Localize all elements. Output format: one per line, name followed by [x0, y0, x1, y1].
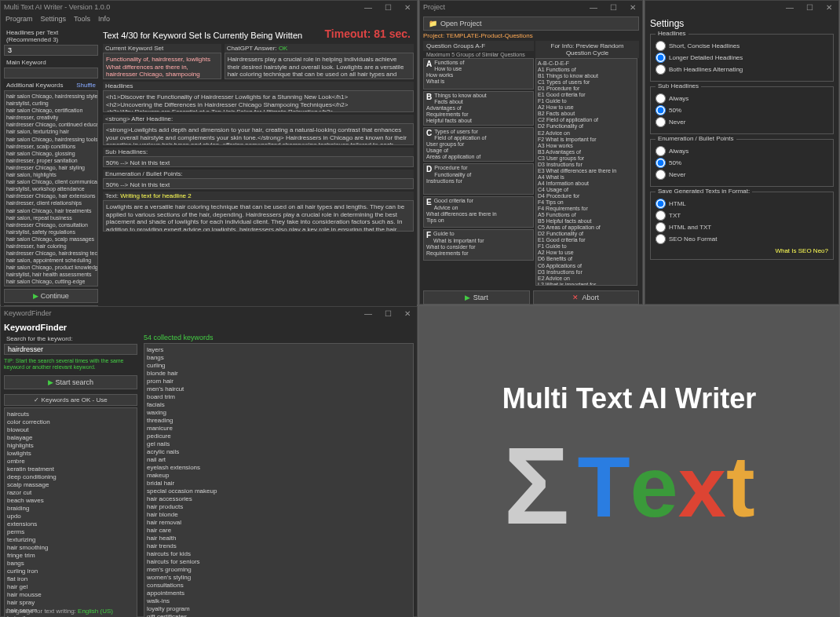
cks-text: Functionality of, hairdresser, lowlights… — [103, 53, 221, 79]
info-header: For Info: Preview Random Question Cycle — [535, 41, 639, 58]
continue-button[interactable]: ▶ Continue — [4, 289, 98, 303]
minimize-icon[interactable]: — — [783, 3, 797, 12]
logo-graphic: Σ Text — [503, 431, 754, 541]
sigma-icon: Σ — [503, 431, 569, 541]
save-opt-both[interactable] — [656, 222, 666, 232]
headlines-label: Headlines — [103, 82, 414, 90]
group-C[interactable]: CTypes of users for Field of application… — [423, 127, 534, 162]
additional-keywords-list[interactable]: hair salon Chicago, hairdressing stylesh… — [4, 90, 98, 287]
menu-tools[interactable]: Tools — [74, 15, 90, 23]
enum-group: Enumeration / Bullet Points Always 50% N… — [650, 139, 834, 187]
maximize-icon[interactable]: ☐ — [382, 309, 395, 318]
shuffle-link[interactable]: Shuffle — [76, 82, 96, 89]
subheadlines-group: Sub Headlines Always 50% Never — [650, 86, 834, 134]
group-D[interactable]: DProcedure for Functionality of Instruct… — [423, 163, 534, 195]
main-keyword-input[interactable] — [4, 68, 98, 78]
logo-title: Multi Text AI Writer — [502, 382, 756, 415]
project-window: Project —☐✕ 📁 Open Project Project: TEMP… — [419, 0, 643, 305]
kf-title: KeywordFinder — [4, 323, 414, 332]
kf-tip: TIP: Start the search several times with… — [4, 358, 137, 371]
sub-opt-never[interactable] — [656, 117, 666, 127]
maximize-icon[interactable]: ☐ — [803, 3, 816, 12]
abort-button-project[interactable]: ✕ Abort — [533, 290, 640, 305]
chatgpt-text: Hairdressers play a crucial role in help… — [225, 53, 414, 79]
logo-panel: Multi Text AI Writer Σ Text — [419, 306, 839, 617]
kf-right-list[interactable]: layersbangscurlingblonde hairprom hairme… — [144, 343, 414, 617]
main-menubar: Program Settings Tools Info — [1, 13, 417, 24]
chatgpt-label: ChatGPT Answer: OK — [225, 44, 414, 53]
save-opt-seo[interactable] — [656, 234, 666, 244]
save-opt-html[interactable] — [656, 199, 666, 209]
kf-left-list[interactable]: haircutscolor correctionblowoutbalayageh… — [4, 407, 137, 617]
folder-icon: 📁 — [429, 20, 437, 27]
headlines-group: Headlines Short, Concise Headlines Longe… — [650, 34, 834, 82]
close-icon[interactable]: ✕ — [626, 3, 639, 12]
maximize-icon[interactable]: ☐ — [607, 3, 620, 12]
settings-window: —☐✕ Settings Headlines Short, Concise He… — [645, 0, 839, 305]
enum-opt-always[interactable] — [656, 146, 666, 156]
main-title: Multi Text AI Writer - Version 1.0.0 — [4, 3, 110, 11]
headline-opt-short[interactable] — [656, 41, 666, 51]
kf-search-input[interactable] — [4, 344, 137, 355]
project-name: Project: TEMPLATE-Product-Questions — [423, 32, 639, 39]
text-wordmark: Text — [577, 436, 754, 536]
minimize-icon[interactable]: — — [361, 3, 375, 12]
timeout-display: Timeout: 81 sec. — [325, 27, 411, 40]
headline-opt-both[interactable] — [656, 64, 666, 75]
close-icon[interactable]: ✕ — [823, 3, 835, 12]
minimize-icon[interactable]: — — [586, 3, 601, 12]
open-project-button[interactable]: 📁 Open Project — [423, 16, 639, 31]
sub-headlines-text: 50% --> Not in this text — [103, 156, 414, 167]
main-titlebar: Multi Text AI Writer - Version 1.0.0 — ☐… — [1, 1, 417, 13]
close-icon[interactable]: ✕ — [401, 309, 414, 318]
text-body-label: Text: Writing text for headline 2 — [103, 192, 414, 200]
group-B[interactable]: BThings to know about Facts about Advant… — [423, 91, 534, 126]
headline-opt-long[interactable] — [656, 53, 666, 63]
group-F[interactable]: FGuide to What is important for What to … — [423, 229, 534, 261]
enum-text: 50% --> Not in this text — [103, 178, 414, 189]
headlines-text: <h1>Discover the Functionality of Hairdr… — [103, 90, 414, 112]
enum-opt-never[interactable] — [656, 170, 666, 180]
headlines-per-text-label: Headlines per Text (Recommended 3) — [4, 27, 98, 45]
settings-title: Settings — [650, 18, 834, 29]
qg-header: Question Groups A-F — [423, 41, 534, 51]
seo-neo-link[interactable]: What Is SEO Neo? — [656, 247, 828, 254]
info-cycle-list: A-B-C-D-E-FA1 Functions ofB1 Things to k… — [535, 58, 637, 286]
group-E[interactable]: EGood criteria for Advice on What differ… — [423, 196, 534, 228]
settings-titlebar: —☐✕ — [645, 1, 838, 13]
kf-titlebar: KeywordFinder —☐✕ — [1, 307, 417, 319]
project-title: Project — [423, 3, 445, 11]
headlines-per-text-input[interactable] — [4, 45, 98, 56]
start-search-button[interactable]: ▶ Start search — [4, 375, 137, 389]
text-body: Lowlights are a versatile hair coloring … — [103, 200, 414, 232]
cks-label: Current Keyword Set — [103, 44, 221, 53]
group-A[interactable]: AFunctions of How to use How works What … — [423, 58, 534, 89]
maximize-icon[interactable]: ☐ — [382, 3, 395, 12]
minimize-icon[interactable]: — — [361, 309, 375, 318]
menu-info[interactable]: Info — [98, 15, 110, 23]
project-titlebar: Project —☐✕ — [420, 1, 642, 13]
save-opt-txt[interactable] — [656, 210, 666, 221]
kf-search-label: Search for the keyword: — [4, 334, 137, 344]
strong-label: <strong> After Headline: — [103, 115, 414, 123]
main-writer-window: Multi Text AI Writer - Version 1.0.0 — ☐… — [0, 0, 418, 305]
additional-keywords-label: Additional Keywords Shuffle — [4, 80, 98, 90]
sub-opt-always[interactable] — [656, 93, 666, 104]
close-icon[interactable]: ✕ — [401, 3, 414, 12]
enum-opt-50[interactable] — [656, 158, 666, 168]
enum-label: Enumeration / Bullet Points: — [103, 170, 414, 178]
menu-settings[interactable]: Settings — [41, 15, 67, 23]
sub-opt-50[interactable] — [656, 105, 666, 115]
menu-program[interactable]: Program — [5, 15, 33, 23]
collected-count: 54 collected keywords — [144, 334, 414, 341]
keywords-ok-button[interactable]: ✓ Keywords are OK - Use — [4, 394, 137, 406]
sub-headlines-label: Sub Headlines: — [103, 148, 414, 156]
main-keyword-label: Main Keyword — [4, 57, 98, 68]
save-format-group: Save Generated Texts in Format: HTML TXT… — [650, 192, 834, 260]
start-button[interactable]: ▶ Start — [423, 290, 530, 305]
strong-text: <strong>Lowlights add depth and dimensio… — [103, 123, 414, 145]
keyword-finder-window: KeywordFinder —☐✕ KeywordFinder Search f… — [0, 306, 418, 617]
